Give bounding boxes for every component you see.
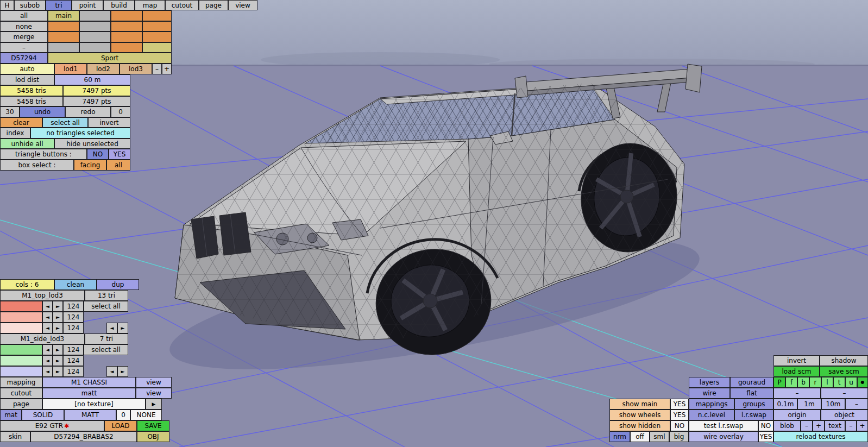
swatch-value[interactable]: 124 [63,301,84,312]
cols-count-button[interactable]: cols : 6 [0,279,54,290]
swatch-select-all-button[interactable]: select all [84,301,128,312]
swatch-prev-button[interactable]: ◄ [42,312,53,323]
swatch-value[interactable]: 124 [63,323,84,333]
triangle-buttons-yes-toggle[interactable]: YES [109,149,130,160]
subob-grid-cell[interactable] [79,10,111,21]
test-lr-swap-button[interactable]: test l.r.swap [689,420,758,431]
object-id-button[interactable]: D57294 [0,53,48,64]
flag-u-toggle[interactable]: u [845,377,857,388]
show-hidden-toggle[interactable]: show hidden [609,420,670,431]
subob-none-button[interactable]: none [0,21,48,32]
flag-t-toggle[interactable]: t [833,377,845,388]
wire-overlay-toggle[interactable]: wire overlay [689,431,758,442]
grid-scale-1m-button[interactable]: 1m [797,399,821,410]
tab-map[interactable]: map [135,0,165,10]
text-plus-button[interactable]: + [857,420,868,431]
swatch-value[interactable]: 124 [63,312,84,323]
subob-dash-button[interactable]: – [0,42,48,53]
color-swatch[interactable] [0,366,42,377]
tab-build[interactable]: build [103,0,135,10]
mapping-view-button[interactable]: view [136,377,172,388]
swatch-value[interactable]: 124 [63,344,84,355]
save-scm-button[interactable]: save scm [820,366,868,377]
color-swatch[interactable] [0,355,42,366]
tab-tri[interactable]: tri [46,0,72,10]
tab-view[interactable]: view [228,0,257,10]
subob-grid-cell[interactable] [111,10,142,21]
cols-clean-button[interactable]: clean [54,279,97,290]
flag-p-toggle[interactable]: P [773,377,785,388]
box-select-all-toggle[interactable]: all [106,160,130,171]
text-button[interactable]: text [825,420,845,431]
clear-selection-button[interactable]: clear [0,117,42,128]
subob-grid-cell[interactable] [142,42,172,53]
subob-grid-cell[interactable] [111,21,142,32]
load-scm-button[interactable]: load scm [773,366,820,377]
subob-grid-cell-main[interactable]: main [48,10,79,21]
invert-button[interactable]: invert [773,355,820,366]
text-minus-button[interactable]: – [845,420,857,431]
swatch-value[interactable]: 124 [63,355,84,366]
swatch-next-button[interactable]: ► [53,312,63,323]
tab-page[interactable]: page [199,0,228,10]
triangle-buttons-no-toggle[interactable]: NO [87,149,109,160]
gouraud-button[interactable]: gouraud [730,377,773,388]
group-next-button[interactable]: ► [117,366,128,377]
subob-grid-cell[interactable] [142,32,172,42]
subob-grid-cell[interactable] [111,42,142,53]
box-select-facing-toggle[interactable]: facing [74,160,106,171]
flag-l-toggle[interactable]: l [821,377,833,388]
swatch-next-button[interactable]: ► [53,323,63,333]
texture-next-button[interactable]: ▶ [146,399,162,410]
subob-grid-cell[interactable] [142,21,172,32]
swatch-next-button[interactable]: ► [53,301,63,312]
subob-grid-cell[interactable] [79,32,111,42]
groups-button[interactable]: groups [734,399,773,410]
mat-index-field[interactable]: 0 [116,410,130,420]
load-button[interactable]: LOAD [104,420,137,431]
redo-button[interactable]: redo [65,106,111,117]
object-name-button[interactable]: Sport [48,53,172,64]
subob-grid-cell[interactable] [79,21,111,32]
show-wheels-toggle[interactable]: show wheels [609,410,670,420]
skin-value-button[interactable]: D57294_BRABAS2 [30,431,137,442]
grid-scale-10m-button[interactable]: 10m [821,399,845,410]
lod-dist-value[interactable]: 60 m [54,74,130,85]
show-main-value[interactable]: YES [670,399,689,410]
invert-selection-button[interactable]: invert [88,117,130,128]
subob-all-button[interactable]: all [0,10,48,21]
render-dash-a-button[interactable]: – [773,388,821,399]
group-next-button[interactable]: ► [117,323,128,333]
show-wheels-value[interactable]: YES [670,410,689,420]
flag-dot-toggle[interactable]: ● [857,377,868,388]
render-dash-b-button[interactable]: – [821,388,868,399]
swatch-next-button[interactable]: ► [53,355,63,366]
nrm-off-toggle[interactable]: off [630,431,650,442]
grid-scale-01m-button[interactable]: 0.1m [773,399,797,410]
texture-field[interactable]: [no texture] [42,399,146,410]
nrm-toggle[interactable]: nrm [609,431,630,442]
subob-grid-cell[interactable] [48,42,79,53]
undo-button[interactable]: undo [20,106,65,117]
mappings-button[interactable]: mappings [689,399,734,410]
blob-button[interactable]: blob [773,420,801,431]
flag-r-toggle[interactable]: r [809,377,821,388]
blob-minus-button[interactable]: – [801,420,813,431]
show-hidden-value[interactable]: NO [670,420,689,431]
flag-f-toggle[interactable]: f [785,377,797,388]
select-all-button[interactable]: select all [42,117,88,128]
cutout-value-button[interactable]: matt [42,388,136,399]
obj-export-button[interactable]: OBJ [137,431,169,442]
color-group-name[interactable]: M1_side_lod3 [0,333,85,344]
test-lr-swap-value[interactable]: NO [758,420,773,431]
save-button[interactable]: SAVE [137,420,169,431]
swatch-prev-button[interactable]: ◄ [42,323,53,333]
lod-auto-button[interactable]: auto [0,64,54,74]
cols-dup-button[interactable]: dup [97,279,139,290]
swatch-prev-button[interactable]: ◄ [42,344,53,355]
color-swatch[interactable] [0,323,42,333]
color-swatch[interactable] [0,312,42,323]
menu-button-h[interactable]: H [0,0,14,10]
wire-button[interactable]: wire [689,388,730,399]
blob-plus-button[interactable]: + [813,420,825,431]
